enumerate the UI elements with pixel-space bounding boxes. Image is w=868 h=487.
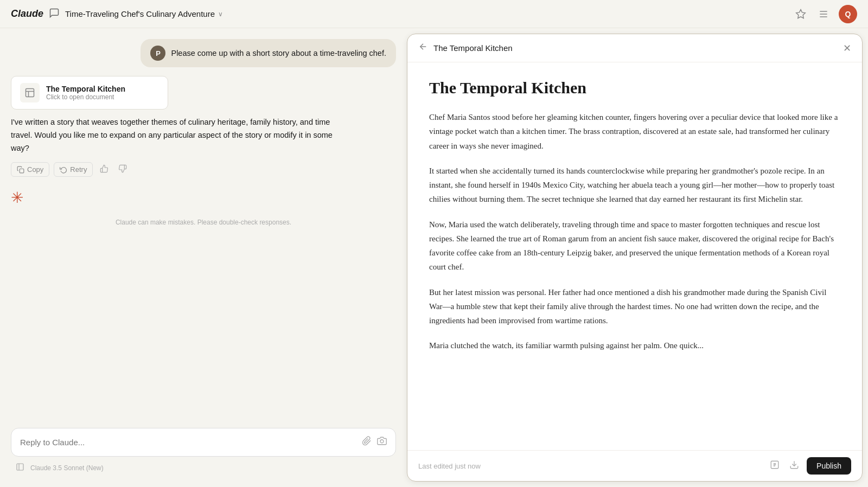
thumbs-up-button[interactable] [97,162,111,178]
user-message-text: Please come up with a short story about … [171,49,386,57]
doc-content: The Temporal Kitchen Chef Maria Santos s… [407,62,862,450]
svg-marker-0 [796,9,806,18]
doc-footer: Last edited just now Publish [407,450,862,481]
doc-card-subtitle: Click to open document [46,93,125,101]
header: Claude Time-Traveling Chef's Culinary Ad… [0,0,868,28]
publish-button[interactable]: Publish [807,457,851,475]
doc-panel-title: The Temporal Kitchen [433,43,513,53]
retry-button[interactable]: Retry [54,162,93,177]
doc-card-icon [20,83,40,102]
header-left: Claude Time-Traveling Chef's Culinary Ad… [11,8,223,21]
thumbs-down-button[interactable] [116,162,130,178]
model-label: Claude 3.5 Sonnet (New) [30,462,104,474]
document-card[interactable]: The Temporal Kitchen Click to open docum… [11,76,168,110]
disclaimer-row: ✳ [11,189,396,207]
close-doc-button[interactable]: ✕ [843,42,851,54]
doc-card-text: The Temporal Kitchen Click to open docum… [46,85,125,101]
user-bubble: P Please come up with a short story abou… [141,39,396,67]
reply-input[interactable] [20,438,356,447]
doc-footer-right: Publish [768,457,851,475]
svg-point-8 [380,440,384,443]
doc-heading: The Temporal Kitchen [429,79,840,97]
back-button[interactable] [418,42,428,54]
svg-rect-4 [26,89,34,97]
doc-para-4: But her latest mission was personal. Her… [429,285,840,328]
doc-para-5: Maria clutched the watch, its familiar w… [429,338,840,353]
doc-panel-header: The Temporal Kitchen ✕ [407,34,862,62]
user-message: P Please come up with a short story abou… [11,39,396,67]
assistant-message: The Temporal Kitchen Click to open docum… [11,76,396,178]
logo: Claude [11,8,43,20]
main-layout: P Please come up with a short story abou… [0,28,868,487]
camera-button[interactable] [377,436,387,448]
attach-button[interactable] [362,436,372,448]
star-button[interactable] [793,7,808,22]
input-box [11,428,396,457]
model-row: Claude 3.5 Sonnet (New) [11,457,396,476]
chat-panel: P Please come up with a short story abou… [0,28,407,487]
chat-icon [49,8,60,21]
document-panel: The Temporal Kitchen ✕ The Temporal Kitc… [407,34,863,482]
disclaimer-text: Claude can make mistakes. Please double-… [11,215,396,227]
user-avatar[interactable]: Q [839,5,857,23]
last-edited-label: Last edited just now [418,462,481,470]
claude-sunburst-icon: ✳ [11,189,23,207]
sidebar-toggle-button[interactable] [13,460,27,476]
doc-para-1: Chef Maria Santos stood before her gleam… [429,110,840,153]
doc-para-3: Now, Maria used the watch deliberately, … [429,217,840,274]
settings-button[interactable] [816,7,831,22]
input-section: Claude 3.5 Sonnet (New) [11,428,396,476]
copy-label: Copy [27,165,43,174]
svg-rect-9 [17,464,23,470]
chevron-down-icon: ∨ [218,10,223,18]
retry-label: Retry [70,165,87,174]
doc-share-button[interactable] [768,458,782,475]
doc-para-2: It started when she accidentally turned … [429,164,840,207]
doc-card-title: The Temporal Kitchen [46,85,125,93]
action-row: Copy Retry [11,162,396,178]
svg-rect-7 [20,169,24,173]
doc-download-button[interactable] [787,458,801,475]
assistant-text: I've written a story that weaves togethe… [11,116,342,155]
project-title[interactable]: Time-Traveling Chef's Culinary Adventure… [65,9,223,18]
header-right: Q [793,5,857,23]
user-message-avatar: P [150,46,165,61]
doc-panel-title-row: The Temporal Kitchen [418,42,513,54]
copy-button[interactable]: Copy [11,162,49,177]
